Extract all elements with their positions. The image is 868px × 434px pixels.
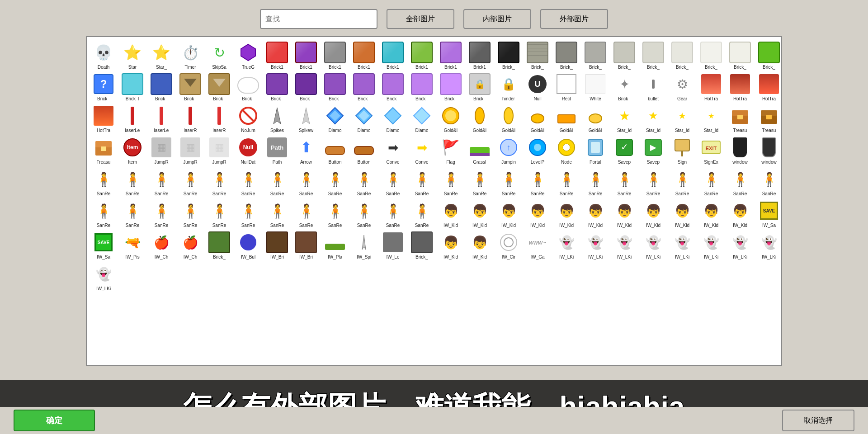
list-item[interactable]: 🧍 SanRe [118,166,146,197]
list-item[interactable]: 🧍 SanRe [147,198,175,229]
list-item[interactable]: Treasu [90,135,118,165]
list-item[interactable]: Brick1 [263,40,291,71]
list-item[interactable]: ✦ Brick_ [610,71,638,102]
list-item[interactable]: 🧍 SanRe [176,198,204,229]
list-item[interactable]: 👻 IW_LKi [639,230,667,260]
list-item[interactable]: 🧍 SanRe [697,166,725,197]
list-item[interactable]: Gold&I [552,103,580,134]
list-item[interactable]: Brick1 [466,40,494,71]
list-item[interactable]: ? Brick_ [90,71,118,102]
list-item[interactable]: 🔒 Brick_ [466,71,494,102]
list-item[interactable]: Brick_ [263,71,291,102]
list-item[interactable]: 🧍 SanRe [234,198,262,229]
list-item[interactable]: ▦ JumpR [176,135,204,165]
list-item[interactable]: Brick_ [610,40,638,71]
list-item[interactable]: Diamo [350,103,378,134]
list-item[interactable]: Brick_ [176,71,204,102]
filter-external-btn[interactable]: 外部图片 [540,9,608,29]
list-item[interactable]: 👦 IW_Kid [524,198,552,229]
list-item[interactable]: 👦 IW_Kid [726,198,754,229]
list-item[interactable]: IW_Cir [495,230,523,260]
list-item[interactable]: 🧍 SanRe [350,166,378,197]
list-item[interactable]: 🧍 SanRe [90,198,118,229]
list-item[interactable]: U Null [524,71,552,102]
list-item[interactable]: IW_Spi [350,230,378,260]
list-item[interactable]: 🧍 SanRe [205,198,233,229]
list-item[interactable]: Treasu [755,103,782,134]
list-item[interactable]: 🧍 SanRe [176,166,204,197]
list-item[interactable]: 🧍 SanRe [205,166,233,197]
list-item[interactable]: Brick_ [350,71,378,102]
list-item[interactable]: 👦 IW_Kid [552,198,580,229]
list-item[interactable]: Gold&I [437,103,465,134]
list-item[interactable]: Brick1 [408,40,436,71]
list-item[interactable]: Brick_ [234,71,262,102]
list-item[interactable]: Rect [552,71,580,102]
list-item[interactable]: 🧍 SanRe [379,166,407,197]
list-item[interactable]: ▦ JumpR [205,135,233,165]
list-item[interactable]: ⬆ Arrow [292,135,320,165]
list-item[interactable]: IW_Bul [234,230,262,260]
list-item[interactable]: Brick_ [205,71,233,102]
list-item[interactable]: 👦 IW_Kid [466,198,494,229]
list-item[interactable]: Button [321,135,349,165]
list-item[interactable]: 🧍 SanRe [147,166,175,197]
list-item[interactable]: 👻 IW_LKi [755,230,782,260]
list-item[interactable]: ✓ Savep [610,135,638,165]
list-item[interactable]: Gold&I [466,103,494,134]
list-item[interactable]: Node [552,135,580,165]
list-item[interactable]: Brick_ [581,40,609,71]
list-item[interactable]: Brick_ [726,40,754,71]
list-item[interactable]: 👦 IW_Kid [610,198,638,229]
list-item[interactable]: SAVE IW_Sa [90,230,118,260]
list-item[interactable]: 👻 IW_LKi [726,230,754,260]
list-item[interactable]: Brick_I [118,71,146,102]
list-item[interactable]: 👻 IW_LKi [668,230,696,260]
list-item[interactable]: 👻 IW_LKi [581,230,609,260]
filter-internal-btn[interactable]: 内部图片 [463,9,531,29]
list-item[interactable]: 👦 IW_Kid [668,198,696,229]
list-item[interactable]: laserLe [147,103,175,134]
list-item[interactable]: 🍎 IW_Ch [147,230,175,260]
list-item[interactable]: 🧍 SanRe [581,166,609,197]
list-item[interactable]: Brick_ [205,230,233,260]
list-item[interactable]: Gold&I [581,103,609,134]
list-item[interactable]: ★ Star_Id [668,103,696,134]
confirm-button[interactable]: 确定 [14,410,95,431]
list-item[interactable]: Diamo [321,103,349,134]
list-item[interactable]: HotTra [90,103,118,134]
list-item[interactable]: 🧍 SanRe [408,166,436,197]
list-item[interactable]: window [726,135,754,165]
list-item[interactable]: Portal [581,135,609,165]
list-item[interactable]: 🧍 SanRe [437,166,465,197]
list-item[interactable]: NoJum [234,103,262,134]
filter-all-btn[interactable]: 全部图片 [387,9,454,29]
list-item[interactable]: 🧍 SanRe [90,166,118,197]
list-item[interactable]: 🔫 IW_Pis [118,230,146,260]
list-item[interactable]: 🚩 Flag [437,135,465,165]
list-item[interactable]: 👦 IW_Kid [437,198,465,229]
list-item[interactable]: 🧍 SanRe [263,166,291,197]
list-item[interactable]: Brick1 [350,40,378,71]
list-item[interactable]: bullet [639,71,667,102]
list-item[interactable]: 🧍 SanRe [292,166,320,197]
list-item[interactable]: IW_Pla [321,230,349,260]
list-item[interactable]: Diamo [379,103,407,134]
list-item[interactable]: IW_Bri [292,230,320,260]
list-item[interactable]: ↑ Jumpin [495,135,523,165]
list-item[interactable]: 🧍 SanRe [466,166,494,197]
list-item[interactable]: laserLe [118,103,146,134]
list-item[interactable]: White [581,71,609,102]
list-item[interactable]: Brick_ [408,230,436,260]
list-item[interactable]: 🍎 IW_Ch [176,230,204,260]
list-item[interactable]: 🧍 SanRe [668,166,696,197]
list-item[interactable]: Brick_ [437,71,465,102]
list-item[interactable]: Brick_ [697,40,725,71]
list-item[interactable]: GrassI [466,135,494,165]
list-item[interactable]: Brick1 [437,40,465,71]
list-item[interactable]: 🧍 SanRe [292,198,320,229]
list-item[interactable]: 👦 IW_Kid [495,198,523,229]
list-item[interactable]: laserR [176,103,204,134]
list-item[interactable]: 🧍 SanRe [552,166,580,197]
list-item[interactable]: ↻ SkipSa [205,40,233,71]
